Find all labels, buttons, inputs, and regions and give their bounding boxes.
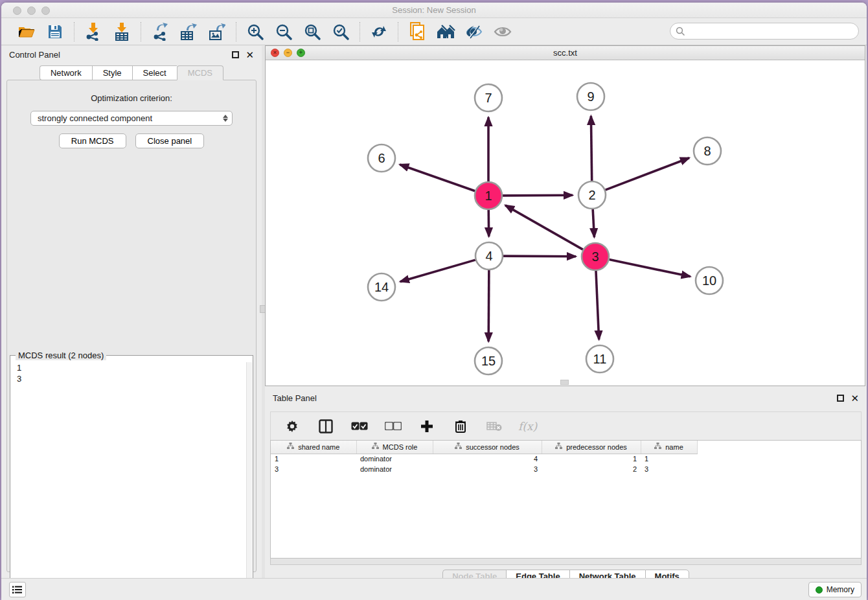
zoom-selected-icon[interactable]	[331, 22, 350, 41]
edge-2-8[interactable]	[606, 158, 689, 190]
svg-text:10: 10	[702, 273, 716, 288]
svg-text:2: 2	[588, 188, 595, 202]
network-close-icon[interactable]: ×	[271, 49, 279, 57]
svg-text:6: 6	[378, 151, 385, 165]
search-box[interactable]	[670, 23, 859, 40]
tab-network[interactable]: Network	[40, 65, 92, 80]
network-view-window: × − + scc.txt 1234678910111415	[265, 45, 865, 386]
hierarchy-icon	[455, 443, 462, 451]
zoom-window-button[interactable]	[41, 6, 50, 15]
node-9[interactable]: 9	[577, 83, 604, 110]
export-network-icon[interactable]	[150, 22, 170, 41]
zoom-in-icon[interactable]	[246, 22, 265, 41]
edge-4-3[interactable]	[503, 256, 576, 257]
home-layout-icon[interactable]	[436, 22, 455, 41]
column-header-predecessor-nodes[interactable]: predecessor nodes	[542, 441, 641, 454]
table-settings-icon[interactable]	[282, 417, 302, 436]
refresh-view-icon[interactable]	[369, 22, 389, 41]
edge-3-1[interactable]	[505, 205, 583, 249]
run-mcds-button[interactable]: Run MCDS	[59, 133, 126, 148]
svg-text:7: 7	[485, 91, 492, 105]
edge-2-9[interactable]	[591, 116, 591, 181]
select-all-icon[interactable]	[350, 417, 369, 436]
search-input[interactable]	[685, 27, 847, 36]
table-hscroll[interactable]	[270, 559, 862, 565]
network-window-titlebar[interactable]: × − + scc.txt	[266, 46, 865, 60]
column-layout-icon[interactable]	[316, 417, 336, 436]
network-minimize-icon[interactable]: −	[284, 49, 292, 57]
clone-network-icon[interactable]	[407, 22, 427, 41]
import-network-icon[interactable]	[84, 22, 103, 41]
column-header-shared-name[interactable]: shared name	[271, 441, 356, 454]
zoom-fit-icon[interactable]	[303, 22, 322, 41]
control-panel: Control Panel ✕ Network Style Select MCD…	[1, 46, 262, 580]
column-header-name[interactable]: name	[641, 441, 697, 454]
node-14[interactable]: 14	[368, 273, 395, 301]
result-scrollbar[interactable]	[246, 362, 252, 598]
tab-mcds[interactable]: MCDS	[177, 65, 223, 80]
edge-4-14[interactable]	[400, 260, 475, 282]
table-row[interactable]: 1dominator411	[271, 454, 697, 464]
result-line: 1	[17, 362, 250, 373]
result-line: 3	[17, 373, 250, 384]
delete-row-icon[interactable]	[451, 417, 470, 436]
edge-4-15[interactable]	[488, 270, 489, 341]
table-row[interactable]: 3dominator323	[271, 464, 697, 474]
edge-3-10[interactable]	[610, 260, 691, 277]
open-file-icon[interactable]	[17, 22, 36, 41]
network-maximize-icon[interactable]: +	[297, 49, 305, 57]
node-3[interactable]: 3	[582, 243, 609, 270]
edge-2-3[interactable]	[593, 209, 594, 237]
save-session-icon[interactable]	[45, 22, 65, 41]
float-panel-icon[interactable]	[232, 51, 239, 58]
node-table[interactable]: shared nameMCDS rolesuccessor nodesprede…	[270, 440, 862, 559]
list-icon	[12, 585, 23, 594]
edge-1-6[interactable]	[400, 165, 475, 191]
close-table-panel-icon[interactable]: ✕	[851, 395, 859, 402]
node-11[interactable]: 11	[586, 345, 613, 373]
minimize-window-button[interactable]	[27, 6, 36, 15]
horizontal-splitter-grip[interactable]	[560, 380, 569, 385]
float-table-panel-icon[interactable]	[837, 395, 844, 402]
optimization-criterion-select[interactable]: strongly connected component	[30, 111, 233, 126]
node-1[interactable]: 1	[475, 182, 502, 209]
task-history-button[interactable]	[9, 582, 26, 597]
memory-button[interactable]: Memory	[808, 582, 862, 597]
node-10[interactable]: 10	[696, 267, 723, 294]
add-row-icon[interactable]	[417, 417, 437, 436]
deselect-all-icon[interactable]	[383, 417, 403, 436]
select-stepper-icon	[223, 115, 228, 122]
close-panel-button[interactable]: Close panel	[135, 133, 205, 148]
close-panel-icon[interactable]: ✕	[246, 51, 254, 58]
edge-3-11[interactable]	[596, 271, 599, 340]
zoom-out-icon[interactable]	[274, 22, 293, 41]
app-window: Session: New Session	[1, 3, 867, 600]
network-canvas[interactable]: 1234678910111415	[266, 60, 865, 386]
node-4[interactable]: 4	[475, 242, 503, 270]
table-toolbar: f(x)	[270, 411, 862, 440]
hierarchy-icon	[372, 443, 379, 451]
memory-label: Memory	[827, 585, 854, 594]
export-image-icon[interactable]	[207, 22, 227, 41]
visual-properties-icon[interactable]	[464, 22, 484, 41]
table-panel-title: Table Panel	[273, 393, 837, 403]
column-header-MCDS-role[interactable]: MCDS role	[356, 441, 433, 454]
column-header-successor-nodes[interactable]: successor nodes	[433, 441, 542, 454]
node-6[interactable]: 6	[368, 144, 395, 172]
eye-icon	[493, 22, 512, 41]
close-window-button[interactable]	[13, 6, 21, 15]
import-table-icon[interactable]	[112, 22, 131, 41]
export-table-icon[interactable]	[179, 22, 198, 41]
node-7[interactable]: 7	[475, 84, 502, 111]
tab-select[interactable]: Select	[132, 65, 177, 80]
mcds-result-group: MCDS result (2 nodes) 13	[10, 355, 253, 599]
edge-1-2[interactable]	[503, 195, 573, 196]
tab-style[interactable]: Style	[92, 65, 132, 80]
window-titlebar: Session: New Session	[1, 3, 867, 18]
svg-text:3: 3	[591, 249, 599, 264]
svg-text:8: 8	[703, 144, 711, 158]
selected-criterion: strongly connected component	[38, 113, 223, 123]
node-2[interactable]: 2	[578, 181, 606, 209]
node-15[interactable]: 15	[475, 347, 502, 375]
node-8[interactable]: 8	[694, 137, 721, 165]
